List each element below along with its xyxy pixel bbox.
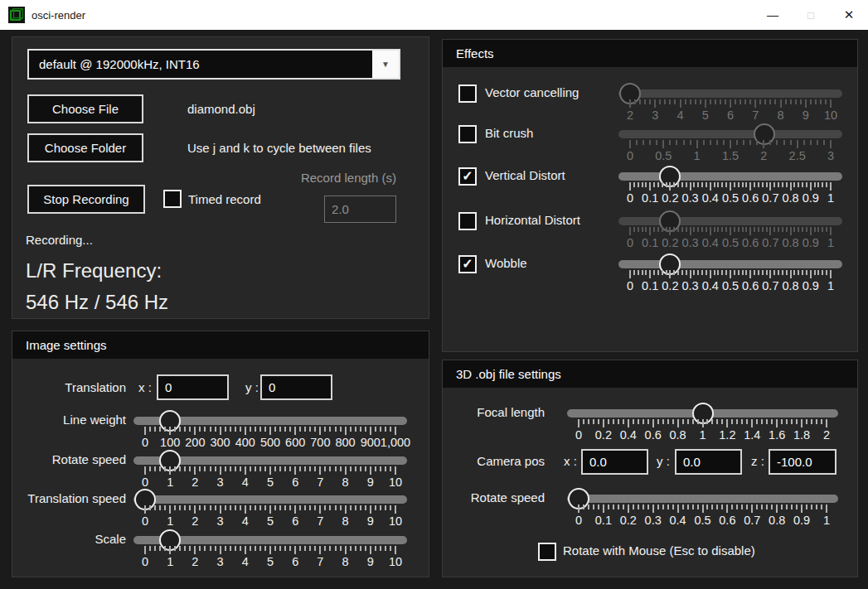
folder-hint-label: Use j and k to cycle between files — [187, 141, 371, 155]
horizontal-distort-slider[interactable]: 00.10.20.30.40.50.60.70.80.91 — [618, 210, 842, 252]
image-settings-header: Image settings — [12, 331, 429, 359]
slider-ticks — [618, 182, 842, 191]
vector-cancelling-slider[interactable]: 2345678910 — [618, 83, 842, 124]
record-length-input[interactable] — [324, 196, 396, 223]
vertical-distort-slider[interactable]: 00.10.20.30.40.50.60.70.80.91 — [618, 166, 842, 207]
slider-track[interactable] — [133, 536, 407, 544]
slider-tick-labels: 2345678910 — [618, 109, 842, 123]
focal-length-slider[interactable]: 00.20.40.60.811.21.41.61.82 — [567, 403, 838, 444]
slider-track[interactable] — [618, 260, 842, 268]
rotate-with-mouse-label: Rotate with Mouse (Esc to disable) — [563, 543, 755, 558]
slider-tick-labels: 012345678910 — [133, 555, 407, 570]
slider-tick-labels: 00.20.40.60.811.21.41.61.82 — [567, 428, 838, 443]
dropdown-arrow-icon[interactable]: ▼ — [372, 51, 399, 78]
slider-tick-labels: 00.10.20.30.40.50.60.70.80.91 — [618, 279, 842, 294]
timed-record-checkbox[interactable] — [163, 190, 182, 208]
slider-ticks — [618, 99, 842, 108]
bit-crush-label: Bit crush — [485, 126, 533, 140]
camera-x-input[interactable] — [581, 449, 648, 475]
slider-tick-labels: 00.10.20.30.40.50.60.70.80.91 — [567, 514, 838, 529]
horizontal-distort-label: Horizontal Distort — [485, 213, 580, 227]
maximize-button[interactable]: □ — [792, 0, 830, 30]
timed-record-label: Timed record — [188, 192, 261, 206]
close-button[interactable]: ✕ — [830, 0, 868, 30]
camera-y-input[interactable] — [675, 449, 742, 475]
audio-device-value: default @ 192000kHz, INT16 — [29, 51, 372, 78]
app-logo-icon — [8, 7, 25, 23]
slider-tick-labels: 00.10.20.30.40.50.60.70.80.91 — [618, 191, 842, 206]
camera-x-label: x : — [564, 454, 577, 468]
vector-cancelling-checkbox[interactable] — [458, 84, 477, 103]
translation-x-input[interactable] — [157, 374, 229, 400]
bit-crush-slider[interactable]: 00.511.522.53 — [618, 123, 842, 165]
rotate-with-mouse-checkbox[interactable] — [538, 543, 556, 561]
horizontal-distort-checkbox[interactable] — [458, 212, 477, 230]
bit-crush-checkbox[interactable] — [458, 125, 477, 143]
translation-speed-label: Translation speed — [12, 491, 126, 505]
window-title: osci-render — [32, 9, 85, 22]
translation-x-label: x : — [138, 380, 152, 394]
slider-tick-labels: 01002003004005006007008009001,000 — [133, 436, 407, 451]
main-panel: default @ 192000kHz, INT16 ▼ Choose File… — [12, 36, 429, 319]
line-weight-label: Line weight — [12, 413, 126, 427]
line-weight-slider[interactable]: 01002003004005006007008009001,000 — [133, 410, 407, 451]
slider-track[interactable] — [618, 89, 842, 98]
obj-settings-header: 3D .obj file settings — [443, 360, 857, 388]
slider-track[interactable] — [567, 409, 838, 418]
slider-ticks — [133, 505, 407, 514]
slider-ticks — [133, 427, 407, 435]
frequency-value: 546 Hz / 546 Hz — [26, 291, 168, 314]
stop-recording-button[interactable]: Stop Recording — [27, 185, 145, 214]
slider-ticks — [133, 466, 407, 475]
slider-ticks — [567, 419, 838, 427]
slider-track[interactable] — [133, 456, 407, 465]
wobble-label: Wobble — [485, 256, 527, 270]
choose-file-button[interactable]: Choose File — [27, 94, 143, 123]
audio-device-select[interactable]: default @ 192000kHz, INT16 ▼ — [27, 49, 400, 80]
slider-tick-labels: 012345678910 — [133, 514, 407, 529]
rotate-speed-slider[interactable]: 012345678910 — [133, 450, 407, 491]
image-settings-panel: Image settings Translation x : y : Line … — [12, 331, 429, 577]
vertical-distort-checkbox[interactable]: ✓ — [458, 167, 477, 186]
wobble-checkbox[interactable]: ✓ — [458, 255, 477, 273]
minimize-button[interactable]: — — [754, 0, 792, 30]
translation-label: Translation — [12, 380, 126, 394]
slider-ticks — [133, 546, 407, 554]
obj-rotate-speed-slider[interactable]: 00.10.20.30.40.50.60.70.80.91 — [567, 488, 838, 529]
translation-speed-slider[interactable]: 012345678910 — [133, 489, 407, 530]
camera-z-label: z : — [751, 454, 764, 468]
vector-cancelling-label: Vector cancelling — [485, 85, 579, 99]
vertical-distort-label: Vertical Distort — [485, 168, 565, 182]
window-controls: — □ ✕ — [754, 0, 868, 30]
slider-tick-labels: 00.10.20.30.40.50.60.70.80.91 — [618, 236, 842, 251]
choose-folder-button[interactable]: Choose Folder — [27, 133, 143, 162]
slider-track[interactable] — [133, 495, 407, 504]
translation-y-input[interactable] — [260, 374, 332, 400]
slider-tick-labels: 00.511.522.53 — [618, 149, 842, 164]
slider-ticks — [618, 227, 842, 235]
effects-header: Effects — [443, 40, 857, 67]
camera-z-input[interactable] — [769, 449, 836, 475]
rotate-speed-label: Rotate speed — [12, 452, 126, 466]
slider-ticks — [618, 140, 842, 148]
slider-track[interactable] — [133, 417, 407, 425]
slider-ticks — [618, 270, 842, 278]
frequency-title: L/R Frequency: — [26, 259, 162, 282]
obj-rotate-speed-label: Rotate speed — [443, 490, 545, 505]
record-length-label: Record length (s) — [241, 171, 396, 185]
scale-slider[interactable]: 012345678910 — [133, 529, 407, 571]
recording-status: Recording... — [26, 233, 93, 247]
obj-settings-panel: 3D .obj file settings Focal length 00.20… — [442, 360, 858, 577]
slider-track[interactable] — [618, 130, 842, 138]
focal-length-label: Focal length — [443, 405, 545, 419]
wobble-slider[interactable]: 00.10.20.30.40.50.60.70.80.91 — [618, 253, 842, 295]
current-file-label: diamond.obj — [187, 102, 255, 116]
slider-track[interactable] — [618, 217, 842, 225]
slider-track[interactable] — [567, 495, 838, 503]
scale-label: Scale — [12, 532, 126, 546]
titlebar: osci-render — □ ✕ — [0, 0, 868, 30]
slider-ticks — [567, 505, 838, 513]
camera-y-label: y : — [657, 454, 670, 468]
slider-track[interactable] — [618, 172, 842, 181]
camera-pos-label: Camera pos — [443, 454, 545, 468]
